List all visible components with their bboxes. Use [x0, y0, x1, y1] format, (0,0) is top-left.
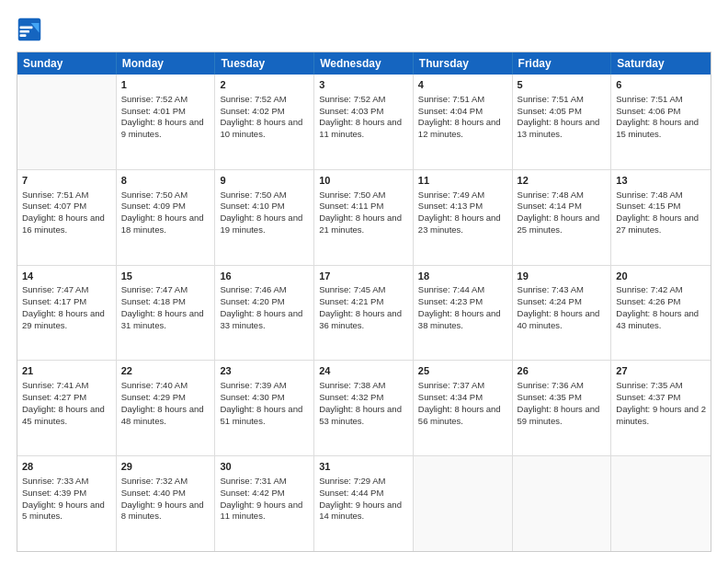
day-cell-31: 31Sunrise: 7:29 AMSunset: 4:44 PMDayligh…: [314, 456, 414, 551]
day-number: 19: [518, 270, 607, 283]
sunrise-text: Sunrise: 7:38 AM: [319, 380, 408, 392]
sunset-text: Sunset: 4:44 PM: [319, 488, 408, 500]
day-number: 6: [616, 78, 706, 92]
page: SundayMondayTuesdayWednesdayThursdayFrid…: [0, 0, 728, 563]
sunrise-text: Sunrise: 7:32 AM: [121, 476, 210, 488]
sunset-text: Sunset: 4:29 PM: [121, 392, 210, 404]
day-number: 8: [121, 174, 210, 188]
day-number: 14: [22, 270, 111, 283]
sunrise-text: Sunrise: 7:50 AM: [220, 190, 309, 201]
sunset-text: Sunset: 4:04 PM: [418, 106, 507, 118]
daylight-text: Daylight: 8 hours and 21 minutes.: [319, 213, 408, 236]
daylight-text: Daylight: 8 hours and 53 minutes.: [319, 404, 408, 428]
day-cell-3: 3Sunrise: 7:52 AMSunset: 4:03 PMDaylight…: [314, 75, 414, 169]
sunset-text: Sunset: 4:15 PM: [616, 201, 706, 213]
day-number: 4: [418, 78, 507, 92]
daylight-text: Daylight: 8 hours and 59 minutes.: [518, 404, 607, 428]
daylight-text: Daylight: 8 hours and 36 minutes.: [319, 308, 408, 332]
day-cell-23: 23Sunrise: 7:39 AMSunset: 4:30 PMDayligh…: [215, 361, 314, 455]
sunrise-text: Sunrise: 7:46 AM: [220, 284, 309, 296]
header-day-monday: Monday: [117, 52, 216, 75]
sunset-text: Sunset: 4:32 PM: [319, 392, 408, 404]
header-day-saturday: Saturday: [611, 52, 711, 75]
sunset-text: Sunset: 4:30 PM: [220, 392, 309, 404]
daylight-text: Daylight: 8 hours and 18 minutes.: [121, 213, 210, 236]
day-number: 12: [518, 174, 607, 188]
sunset-text: Sunset: 4:34 PM: [418, 392, 507, 404]
daylight-text: Daylight: 8 hours and 13 minutes.: [518, 117, 607, 141]
sunset-text: Sunset: 4:07 PM: [22, 201, 111, 213]
day-number: 26: [518, 364, 607, 378]
empty-cell: [17, 75, 117, 169]
day-number: 18: [418, 270, 507, 283]
day-cell-15: 15Sunrise: 7:47 AMSunset: 4:18 PMDayligh…: [117, 266, 216, 361]
daylight-text: Daylight: 8 hours and 29 minutes.: [22, 308, 111, 332]
sunrise-text: Sunrise: 7:47 AM: [121, 284, 210, 296]
sunrise-text: Sunrise: 7:51 AM: [22, 190, 111, 201]
sunset-text: Sunset: 4:14 PM: [518, 201, 607, 213]
sunrise-text: Sunrise: 7:47 AM: [22, 284, 111, 296]
day-cell-30: 30Sunrise: 7:31 AMSunset: 4:42 PMDayligh…: [215, 456, 314, 551]
sunset-text: Sunset: 4:11 PM: [319, 201, 408, 213]
daylight-text: Daylight: 9 hours and 2 minutes.: [616, 404, 706, 428]
daylight-text: Daylight: 8 hours and 11 minutes.: [319, 117, 408, 141]
daylight-text: Daylight: 8 hours and 27 minutes.: [616, 213, 706, 236]
day-cell-16: 16Sunrise: 7:46 AMSunset: 4:20 PMDayligh…: [215, 266, 314, 361]
day-cell-4: 4Sunrise: 7:51 AMSunset: 4:04 PMDaylight…: [414, 75, 513, 169]
sunrise-text: Sunrise: 7:37 AM: [418, 380, 507, 392]
day-number: 15: [121, 270, 210, 283]
sunrise-text: Sunrise: 7:29 AM: [319, 476, 408, 488]
sunrise-text: Sunrise: 7:33 AM: [22, 476, 111, 488]
daylight-text: Daylight: 8 hours and 19 minutes.: [220, 213, 309, 236]
day-cell-10: 10Sunrise: 7:50 AMSunset: 4:11 PMDayligh…: [314, 170, 414, 265]
sunset-text: Sunset: 4:26 PM: [616, 296, 706, 308]
header-day-friday: Friday: [513, 52, 612, 75]
day-number: 20: [616, 270, 706, 283]
week-row-5: 28Sunrise: 7:33 AMSunset: 4:39 PMDayligh…: [17, 455, 711, 551]
day-number: 11: [418, 174, 507, 188]
sunset-text: Sunset: 4:09 PM: [121, 201, 210, 213]
day-cell-25: 25Sunrise: 7:37 AMSunset: 4:34 PMDayligh…: [414, 361, 513, 455]
sunset-text: Sunset: 4:01 PM: [121, 106, 210, 118]
day-cell-18: 18Sunrise: 7:44 AMSunset: 4:23 PMDayligh…: [414, 266, 513, 361]
sunset-text: Sunset: 4:10 PM: [220, 201, 309, 213]
day-number: 22: [121, 364, 210, 378]
daylight-text: Daylight: 8 hours and 43 minutes.: [616, 308, 706, 332]
day-number: 29: [121, 460, 210, 474]
svg-rect-2: [20, 27, 33, 29]
sunrise-text: Sunrise: 7:35 AM: [616, 380, 706, 392]
day-number: 2: [220, 78, 309, 92]
logo-icon: [17, 17, 42, 42]
day-cell-27: 27Sunrise: 7:35 AMSunset: 4:37 PMDayligh…: [611, 361, 711, 455]
day-cell-2: 2Sunrise: 7:52 AMSunset: 4:02 PMDaylight…: [215, 75, 314, 169]
week-row-3: 14Sunrise: 7:47 AMSunset: 4:17 PMDayligh…: [17, 265, 711, 361]
sunset-text: Sunset: 4:20 PM: [220, 296, 309, 308]
day-cell-1: 1Sunrise: 7:52 AMSunset: 4:01 PMDaylight…: [117, 75, 216, 169]
week-row-2: 7Sunrise: 7:51 AMSunset: 4:07 PMDaylight…: [17, 169, 711, 265]
sunrise-text: Sunrise: 7:40 AM: [121, 380, 210, 392]
sunset-text: Sunset: 4:39 PM: [22, 488, 111, 500]
daylight-text: Daylight: 8 hours and 23 minutes.: [418, 213, 507, 236]
sunrise-text: Sunrise: 7:36 AM: [518, 380, 607, 392]
daylight-text: Daylight: 8 hours and 51 minutes.: [220, 404, 309, 428]
sunset-text: Sunset: 4:23 PM: [418, 296, 507, 308]
sunrise-text: Sunrise: 7:42 AM: [616, 284, 706, 296]
sunrise-text: Sunrise: 7:51 AM: [616, 94, 706, 106]
header: [17, 17, 711, 42]
day-cell-8: 8Sunrise: 7:50 AMSunset: 4:09 PMDaylight…: [117, 170, 216, 265]
sunset-text: Sunset: 4:02 PM: [220, 106, 309, 118]
sunset-text: Sunset: 4:37 PM: [616, 392, 706, 404]
sunset-text: Sunset: 4:13 PM: [418, 201, 507, 213]
week-row-4: 21Sunrise: 7:41 AMSunset: 4:27 PMDayligh…: [17, 360, 711, 455]
sunrise-text: Sunrise: 7:51 AM: [418, 94, 507, 106]
sunset-text: Sunset: 4:21 PM: [319, 296, 408, 308]
sunrise-text: Sunrise: 7:45 AM: [319, 284, 408, 296]
day-cell-5: 5Sunrise: 7:51 AMSunset: 4:05 PMDaylight…: [513, 75, 612, 169]
sunset-text: Sunset: 4:03 PM: [319, 106, 408, 118]
sunset-text: Sunset: 4:27 PM: [22, 392, 111, 404]
day-number: 3: [319, 78, 408, 92]
day-cell-22: 22Sunrise: 7:40 AMSunset: 4:29 PMDayligh…: [117, 361, 216, 455]
sunrise-text: Sunrise: 7:48 AM: [616, 190, 706, 201]
sunrise-text: Sunrise: 7:50 AM: [121, 190, 210, 201]
empty-cell: [414, 456, 513, 551]
